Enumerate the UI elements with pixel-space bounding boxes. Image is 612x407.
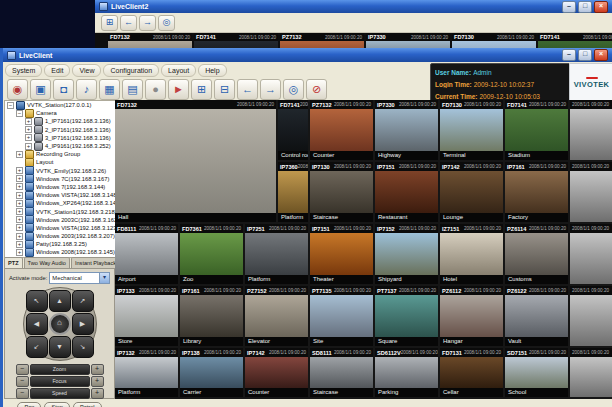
pan-left-button[interactable]: ◀ [26, 313, 48, 335]
tree-expander[interactable]: + [16, 208, 23, 215]
tree-item[interactable]: +Windows 2008(192.168.3.145) [5, 248, 116, 256]
camera-tile[interactable]: IP71382008/1/1 09:00:20Carrier [180, 348, 243, 397]
snapshot-button[interactable]: ▦ [99, 79, 120, 100]
camera-tile[interactable]: FD71412008/1/1 09:00:20Stadium [505, 100, 568, 160]
minimize-button[interactable]: – [562, 49, 576, 61]
tree-item[interactable]: +4_IP9161(192.168.3.252) [5, 142, 116, 150]
tree-item[interactable]: +3_IP7161(192.168.3.136) [5, 134, 116, 142]
audio-button[interactable]: ♪ [76, 79, 97, 100]
camera-tile[interactable]: IP71322008/1/1 09:00:20Platform [115, 348, 178, 397]
tree-item[interactable]: +Recording Group [5, 150, 116, 158]
tree-item[interactable]: +Windows VISTA(192.168.3.148) [5, 191, 116, 199]
zoom-minus-button[interactable]: − [16, 364, 29, 375]
tree-expander[interactable]: − [16, 110, 23, 117]
camera-tile[interactable]: IP71522008/1/1 09:00:20Shipyard [375, 224, 438, 284]
close-button[interactable]: × [594, 49, 608, 61]
camera-tile[interactable]: FD71312008/1/1 09:00:20Cellar [440, 348, 503, 397]
tree-item[interactable]: +1_IP7161(192.168.3.136) [5, 117, 116, 125]
tree-item[interactable]: +VVTK_Emily(192.168.3.26) [5, 167, 116, 175]
maximize-button[interactable]: □ [578, 1, 592, 13]
tree-expander[interactable]: + [16, 183, 23, 190]
speed-minus-button[interactable]: − [16, 388, 29, 399]
camera-tile-partial[interactable]: 2008/1/1 09:00:20 [570, 286, 612, 346]
camera-tile[interactable]: FD81112008/1/1 09:00:20Airport [115, 224, 178, 284]
camera-tile[interactable]: PZ71322008/1/1 09:00:20Counter [310, 100, 373, 160]
camera-tile[interactable]: FD71322008/1/1 09:00:20Hall [115, 100, 276, 222]
camera-tile[interactable]: PT71372008/1/1 09:00:20Square [375, 286, 438, 346]
layout-grid-button[interactable]: ⊞ [101, 15, 118, 31]
tab-instant-playback[interactable]: Instant Playback [71, 257, 120, 268]
main-window-titlebar[interactable]: LiveClient –□× [3, 48, 612, 62]
minimize-button[interactable]: – [562, 1, 576, 13]
tree-expander[interactable]: + [16, 233, 23, 240]
print-button[interactable]: ▤ [122, 79, 143, 100]
zoom-slider[interactable]: Zoom [30, 364, 90, 375]
camera-tile[interactable]: FD73612008/1/1 09:00:20Zoo [180, 224, 243, 284]
camera-tile-partial[interactable]: 2008/1/1 09:00:20 [570, 162, 612, 222]
speed-slider[interactable]: Speed [30, 388, 90, 399]
tree-item[interactable]: −VVTK_Station(127.0.0.1) [5, 101, 116, 109]
tree-expander[interactable]: + [25, 134, 32, 141]
menu-item-help[interactable]: Help [198, 64, 226, 77]
camera-tile[interactable]: IP71422008/1/1 09:00:20Counter [245, 348, 308, 397]
menu-item-system[interactable]: System [5, 64, 42, 77]
camera-tile[interactable]: SD81112008/1/1 09:00:20Staircase [310, 348, 373, 397]
camera-tile[interactable]: FD71412008/1/1 09:00:20Control room [278, 100, 308, 160]
tree-item[interactable]: +2_IP7161(192.168.3.136) [5, 126, 116, 134]
pan-down-right-button[interactable]: ↘ [72, 336, 94, 358]
camera-tile-partial[interactable]: 2008/1/1 09:00:20 [570, 348, 612, 397]
camera-tile[interactable]: IP72512008/1/1 09:00:20Platform [245, 224, 308, 284]
camera-tile[interactable]: SD6112V2008/1/1 09:00:20Parking [375, 348, 438, 397]
prev-page-button[interactable]: ← [237, 79, 258, 100]
tree-expander[interactable]: + [16, 167, 23, 174]
pan-home-button[interactable]: ⌂ [49, 313, 71, 335]
tree-item[interactable]: +Windows 2003C(192.168.3.162) [5, 216, 116, 224]
pan-right-button[interactable]: ▶ [72, 313, 94, 335]
tree-expander[interactable]: + [16, 249, 23, 256]
camera-tile-partial[interactable]: 2008/1/1 09:00:20 [570, 100, 612, 160]
camera-tile[interactable]: IP71512008/1/1 09:00:20Restaurant [375, 162, 438, 222]
pan-up-right-button[interactable]: ↗ [72, 290, 94, 312]
lock-button[interactable]: ◘ [53, 79, 74, 100]
camera-tile-partial[interactable]: 2008/1/1 09:00:20 [570, 224, 612, 284]
camera-tile[interactable]: PZ61122008/1/1 09:00:20Hangar [440, 286, 503, 346]
menu-item-configuration[interactable]: Configuration [103, 64, 159, 77]
stop-all-button[interactable]: ⊘ [306, 79, 327, 100]
tree-item[interactable]: +Windows 7(192.168.3.144) [5, 183, 116, 191]
tree-expander[interactable]: + [25, 126, 32, 133]
camera-tile[interactable]: IZ71512008/1/1 09:00:20Hotel [440, 224, 503, 284]
tree-expander[interactable]: + [16, 175, 23, 182]
speed-plus-button[interactable]: + [91, 388, 104, 399]
background-window-titlebar[interactable]: LiveClient2 –□× [95, 0, 612, 13]
tree-item[interactable]: +Patty(192.168.3.25) [5, 240, 116, 248]
camera-tile[interactable]: IP71612008/1/1 09:00:20Library [180, 286, 243, 346]
tree-item[interactable]: −Camera [5, 109, 116, 117]
tree-item[interactable]: +Windows VISTA(192.168.3.123) [5, 224, 116, 232]
activate-mode-select[interactable]: Mechanical ▾ [49, 272, 110, 284]
camera-tile[interactable]: PZ71522008/1/1 09:00:20Elevator [245, 286, 308, 346]
tab-two-way-audio[interactable]: Two Way Audio [24, 257, 70, 268]
menu-item-edit[interactable]: Edit [44, 64, 70, 77]
prev-page-button[interactable]: ← [120, 15, 137, 31]
camera-tile[interactable]: IP73602008/1/1 09:00:20Platform [278, 162, 308, 222]
camera-tile[interactable]: IP71332008/1/1 09:00:20Store [115, 286, 178, 346]
maximize-button[interactable]: □ [578, 49, 592, 61]
tree-expander[interactable]: + [25, 143, 32, 150]
camera-tile[interactable]: IP71512008/1/1 09:00:20Theater [310, 224, 373, 284]
pan-up-left-button[interactable]: ↖ [26, 290, 48, 312]
tree-item[interactable]: Layout [5, 158, 116, 166]
camera-tile[interactable]: FD71302008/1/1 09:00:20Terminal [440, 100, 503, 160]
camera-tile[interactable]: PZ61142008/1/1 09:00:20Customs [505, 224, 568, 284]
change-layout-button[interactable]: ⊟ [214, 79, 235, 100]
tree-item[interactable]: +Windows 7C(192.168.3.167) [5, 175, 116, 183]
focus-minus-button[interactable]: − [16, 376, 29, 387]
menu-item-layout[interactable]: Layout [161, 64, 196, 77]
refresh-view-button[interactable]: ◎ [158, 15, 175, 31]
tree-expander[interactable]: − [7, 102, 14, 109]
camera-tile[interactable]: IP71612008/1/1 09:00:20Factory [505, 162, 568, 222]
zoom-plus-button[interactable]: + [91, 364, 104, 375]
menu-item-view[interactable]: View [72, 64, 101, 77]
tab-ptz[interactable]: PTZ [4, 257, 23, 268]
pan-down-button[interactable]: ▼ [49, 336, 71, 358]
start-video-button[interactable]: ► [168, 79, 189, 100]
